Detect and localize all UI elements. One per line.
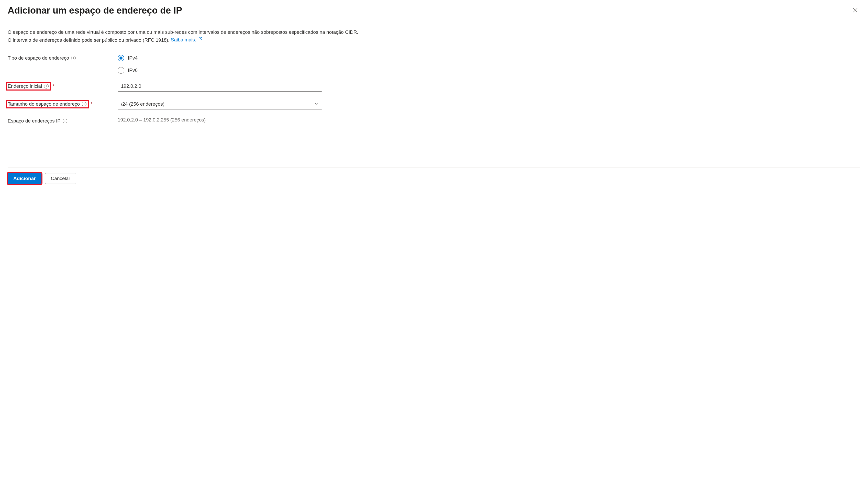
close-button[interactable] — [850, 5, 860, 16]
address-size-row: Tamanho do espaço de endereço i * /24 (2… — [8, 99, 860, 109]
radio-unselected-icon — [118, 67, 124, 74]
address-type-label: Tipo de espaço de endereço i — [8, 54, 118, 61]
ip-space-label-text: Espaço de endereços IP — [8, 118, 61, 124]
svg-line-2 — [200, 37, 202, 39]
chevron-down-icon — [314, 101, 318, 107]
radio-ipv6-label: IPv6 — [128, 67, 137, 73]
start-address-input[interactable] — [118, 81, 322, 92]
ip-space-row: Espaço de endereços IP i 192.0.2.0 – 192… — [8, 117, 860, 124]
info-icon[interactable]: i — [82, 102, 86, 106]
address-type-label-text: Tipo de espaço de endereço — [8, 55, 69, 61]
learn-more-label: Saiba mais. — [171, 37, 196, 42]
required-indicator: * — [91, 102, 92, 107]
address-size-select[interactable]: /24 (256 endereços) — [118, 99, 322, 109]
info-icon[interactable]: i — [44, 84, 49, 88]
start-address-label-col: Endereço inicial i * — [8, 81, 118, 91]
required-indicator: * — [53, 84, 54, 89]
radio-ipv6[interactable]: IPv6 — [118, 67, 322, 74]
learn-more-link[interactable]: Saiba mais. — [171, 37, 202, 42]
address-size-value: /24 (256 endereços) — [121, 101, 164, 107]
description-text: O espaço de endereço de uma rede virtual… — [8, 29, 361, 43]
external-link-icon — [198, 36, 202, 43]
info-icon[interactable]: i — [71, 56, 76, 60]
ip-space-label-col: Espaço de endereços IP i — [8, 117, 118, 124]
start-address-label-highlight: Endereço inicial i — [6, 82, 51, 91]
add-button[interactable]: Adicionar — [8, 173, 41, 184]
radio-selected-icon — [118, 55, 124, 61]
close-icon — [852, 7, 858, 13]
info-icon[interactable]: i — [63, 119, 67, 123]
cancel-button[interactable]: Cancelar — [45, 173, 76, 184]
ip-space-value: 192.0.2.0 – 192.0.2.255 (256 endereços) — [118, 117, 322, 123]
address-size-label-highlight: Tamanho do espaço de endereço i — [6, 100, 89, 108]
address-type-radio-group: IPv4 IPv6 — [118, 54, 322, 74]
page-title: Adicionar um espaço de endereço de IP — [8, 5, 182, 16]
address-type-row: Tipo de espaço de endereço i IPv4 IPv6 — [8, 54, 860, 74]
radio-ipv4-label: IPv4 — [128, 55, 137, 61]
dialog-footer: Adicionar Cancelar — [8, 167, 860, 184]
dialog-header: Adicionar um espaço de endereço de IP — [8, 5, 860, 16]
address-size-label-col: Tamanho do espaço de endereço i * — [8, 99, 118, 108]
start-address-row: Endereço inicial i * — [8, 81, 860, 92]
address-size-label-text: Tamanho do espaço de endereço — [8, 101, 80, 107]
radio-ipv4[interactable]: IPv4 — [118, 55, 322, 61]
start-address-label-text: Endereço inicial — [8, 83, 42, 89]
